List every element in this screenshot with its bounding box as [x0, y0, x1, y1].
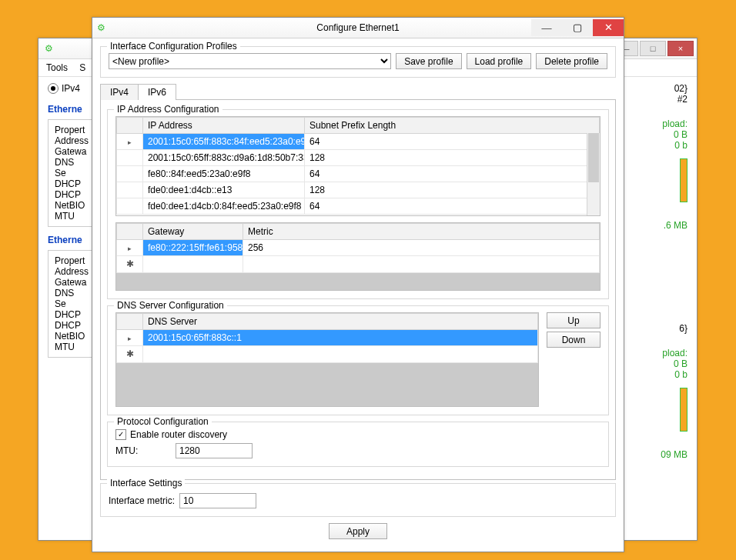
upload-label: pload: — [641, 348, 687, 358]
menu-tools[interactable]: Tools — [46, 62, 68, 73]
bg-prop: DNS Se — [55, 157, 87, 178]
gateway-new-row[interactable]: ✱ — [117, 256, 600, 273]
bg-prop: MTU — [55, 342, 87, 352]
router-discovery-checkbox[interactable]: Enable router discovery — [115, 429, 227, 440]
delete-profile-button[interactable]: Delete profile — [536, 53, 607, 69]
dns-config-legend: DNS Server Configuration — [114, 300, 227, 311]
mb-value: .6 MB — [641, 220, 687, 231]
apply-button[interactable]: Apply — [329, 523, 387, 539]
bg-prop: Gatewa — [55, 146, 87, 157]
mb-value: 09 MB — [641, 449, 687, 460]
bg-prop: Gatewa — [55, 277, 87, 288]
tab-body-ipv6: IP Address Configuration IP AddressSubne… — [100, 99, 616, 480]
ip-row[interactable]: fde0:dee1:d4cb::e13128 — [117, 182, 600, 198]
minimize-button[interactable]: — — [531, 19, 562, 36]
tab-ipv6[interactable]: IPv6 — [138, 84, 176, 100]
titlebar[interactable]: ⚙ Configure Ethernet1 — ▢ ✕ — [92, 18, 624, 38]
ip-grid-scrollbar[interactable] — [587, 133, 600, 215]
dns-new-row[interactable]: ✱ — [117, 346, 538, 363]
dns-down-button[interactable]: Down — [547, 332, 601, 348]
stat-value: 0 b — [641, 369, 687, 380]
profiles-legend: Interface Configuration Profiles — [107, 41, 240, 52]
col-metric: Metric — [243, 224, 600, 240]
protocol-config-group: Protocol Configuration Enable router dis… — [107, 422, 609, 467]
interface-settings-group: Interface Settings Interface metric: — [100, 483, 616, 517]
gateway-grid[interactable]: GatewayMetric fe80::222:15ff:fe61:958c25… — [115, 222, 601, 291]
ip-grid[interactable]: IP AddressSubnet Prefix Length 2001:15c0… — [115, 116, 601, 216]
interface-settings-legend: Interface Settings — [107, 478, 185, 488]
stat-value: 0 B — [641, 358, 687, 369]
bg-prop: Address — [55, 266, 87, 277]
app-icon: ⚙ — [45, 43, 53, 54]
interface-metric-label: Interface metric: — [109, 495, 175, 506]
ip-config-group: IP Address Configuration IP AddressSubne… — [107, 109, 609, 299]
bg-prop-box: PropertAddressGatewaDNS SeDHCPDHCPNetBIO… — [48, 250, 94, 358]
gateway-row[interactable]: fe80::222:15ff:fe61:958c256 — [117, 240, 600, 256]
col-ip: IP Address — [143, 118, 305, 134]
save-profile-button[interactable]: Save profile — [396, 53, 461, 69]
ip-row[interactable]: 2001:15c0:65ff:883c:84f:eed5:23a0:e9f864 — [117, 134, 600, 150]
app-icon: ⚙ — [97, 22, 108, 33]
bg-prop: MTU — [55, 211, 87, 222]
dns-config-group: DNS Server Configuration DNS Server 2001… — [107, 305, 609, 415]
bg-close[interactable]: × — [667, 41, 694, 56]
maximize-button[interactable]: ▢ — [562, 19, 593, 36]
ip-config-legend: IP Address Configuration — [114, 104, 222, 115]
radio-ipv4[interactable]: IPv4 — [48, 83, 80, 94]
bg-prop: DHCP — [55, 320, 87, 331]
profiles-group: Interface Configuration Profiles <New pr… — [100, 46, 616, 78]
bg-section: Etherne — [48, 104, 94, 115]
ip-row[interactable]: fe80::84f:eed5:23a0:e9f864 — [117, 166, 600, 182]
stat-value: 0 B — [641, 129, 687, 140]
dns-up-button[interactable]: Up — [547, 312, 601, 328]
protocol-legend: Protocol Configuration — [114, 416, 212, 427]
col-dns: DNS Server — [143, 314, 538, 330]
mtu-input[interactable] — [176, 443, 253, 458]
bg-prop: NetBIO — [55, 200, 87, 211]
bg-maximize[interactable]: □ — [640, 41, 666, 56]
profile-select[interactable]: <New profile> — [109, 53, 391, 69]
upload-indicator — [680, 158, 687, 202]
stat-value: 0 b — [641, 140, 687, 151]
close-button[interactable]: ✕ — [593, 19, 624, 36]
check-icon — [115, 429, 126, 440]
bg-prop: Address — [55, 135, 87, 146]
bg-prop-box: PropertAddressGatewaDNS SeDHCPDHCPNetBIO… — [48, 119, 94, 227]
load-profile-button[interactable]: Load profile — [467, 53, 532, 69]
tab-ipv4[interactable]: IPv4 — [100, 84, 139, 100]
dns-row[interactable]: 2001:15c0:65ff:883c::1 — [117, 330, 538, 346]
configure-window: ⚙ Configure Ethernet1 — ▢ ✕ Interface Co… — [92, 17, 624, 552]
bg-prop: NetBIO — [55, 331, 87, 342]
mtu-label: MTU: — [115, 445, 171, 456]
upload-label: pload: — [641, 118, 687, 129]
bg-prop: DNS Se — [55, 288, 87, 309]
col-prefix: Subnet Prefix Length — [305, 118, 600, 134]
col-gateway: Gateway — [143, 224, 243, 240]
ip-row[interactable]: fde0:dee1:d4cb:0:84f:eed5:23a0:e9f864 — [117, 198, 600, 215]
dns-grid[interactable]: DNS Server 2001:15c0:65ff:883c::1✱ — [115, 312, 539, 407]
menu-s[interactable]: S — [79, 62, 85, 73]
bg-prop: DHCP — [55, 178, 87, 189]
ip-row[interactable]: 2001:15c0:65ff:883c:d9a6:1d8:50b7:333712… — [117, 150, 600, 166]
bg-prop: DHCP — [55, 189, 87, 200]
bg-prop: DHCP — [55, 309, 87, 320]
interface-metric-input[interactable] — [179, 493, 256, 508]
tabs: IPv4 IPv6 — [100, 84, 616, 100]
upload-indicator — [680, 388, 687, 432]
bg-section: Etherne — [48, 235, 94, 245]
